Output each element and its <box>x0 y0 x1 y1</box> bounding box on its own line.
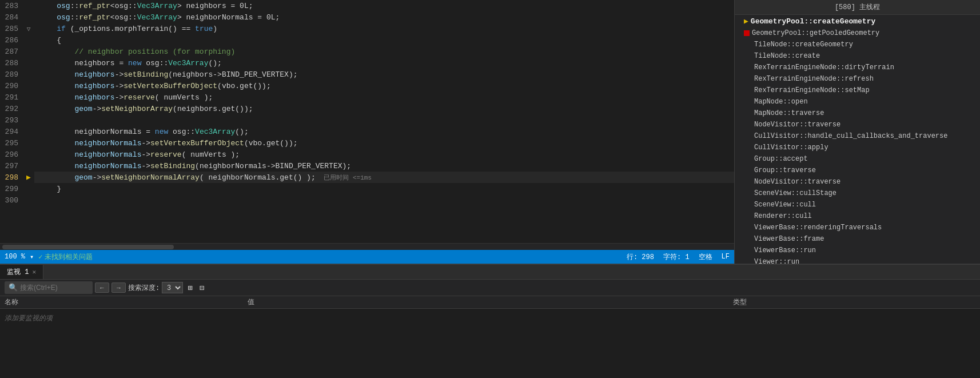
code-scrollbar-thumb <box>2 245 174 249</box>
line-number: 290 <box>0 80 23 91</box>
line-code[interactable]: neighborNormals->setVertexBufferObject(v… <box>34 137 734 149</box>
call-stack-label: NodeVisitor::traverse <box>754 178 840 186</box>
line-code[interactable]: neighbors = new osg::Vec3Array(); <box>34 57 734 69</box>
line-code[interactable]: // neighbor positions (for morphing) <box>34 46 734 57</box>
line-code[interactable]: neighborNormals = new osg::Vec3Array(); <box>34 126 734 137</box>
call-stack-item[interactable]: ▶GeometryPool::createGeometry <box>735 15 980 27</box>
call-stack-item[interactable]: ViewerBase::frame <box>735 233 980 245</box>
depth-select[interactable]: 3 1 2 4 5 <box>162 282 183 293</box>
line-code[interactable] <box>34 194 734 206</box>
line-code[interactable]: neighbors->setBinding(neighbors->BIND_PE… <box>34 69 734 80</box>
line-code[interactable]: { <box>34 34 734 46</box>
call-stack-label: SceneView::cullStage <box>754 189 836 197</box>
call-stack-item[interactable]: ViewerBase::renderingTraversals <box>735 222 980 233</box>
call-stack-item[interactable]: MapNode::traverse <box>735 108 980 119</box>
call-stack-item[interactable]: Group::accept <box>735 153 980 165</box>
bottom-panel: 监视 1 ✕ 🔍 ← → 搜索深度: 3 1 2 4 5 ⊞ ⊟ 名称 值 类型… <box>0 264 980 378</box>
col-value-header: 值 <box>248 297 733 307</box>
call-stack-item[interactable]: CullVisitor::handle_cull_callbacks_and_t… <box>735 130 980 142</box>
watch-toolbar: 🔍 ← → 搜索深度: 3 1 2 4 5 ⊞ ⊟ <box>0 280 980 296</box>
line-number: 289 <box>0 69 23 80</box>
line-code[interactable]: neighbors->setVertexBufferObject(vbo.get… <box>34 80 734 91</box>
status-left: 100 % ▾ ✓ 未找到相关问题 <box>5 252 93 262</box>
line-number: 293 <box>0 114 23 126</box>
line-number: 299 <box>0 183 23 194</box>
line-gutter <box>23 183 34 194</box>
nav-forward-button[interactable]: → <box>111 282 126 293</box>
search-box[interactable]: 🔍 <box>5 281 93 294</box>
line-number: 286 <box>0 34 23 46</box>
bottom-tabs: 监视 1 ✕ <box>0 265 980 280</box>
status-right: 行: 298 字符: 1 空格 LF <box>627 252 730 262</box>
line-gutter <box>23 103 34 114</box>
call-stack-item[interactable]: Viewer::run <box>735 256 980 264</box>
call-stack-label: SceneView::cull <box>754 201 816 209</box>
line-number: 283 <box>0 0 23 11</box>
call-stack-item[interactable]: MapNode::open <box>735 96 980 108</box>
line-code[interactable]: neighbors->reserve( numVerts ); <box>34 91 734 103</box>
filter-icon[interactable]: ⊞ <box>185 282 194 294</box>
col-type-header: 类型 <box>733 297 976 307</box>
line-gutter <box>23 194 34 206</box>
line-number: 298 <box>0 172 23 183</box>
call-stack-item[interactable]: TileNode::createGeometry <box>735 39 980 50</box>
call-stack-item[interactable]: CullVisitor::apply <box>735 142 980 153</box>
line-code[interactable]: neighborNormals->reserve( numVerts ); <box>34 149 734 160</box>
line-code[interactable]: osg::ref_ptr<osg::Vec3Array> neighborNor… <box>34 11 734 23</box>
line-gutter <box>23 0 34 11</box>
call-stack-item[interactable]: TileNode::create <box>735 50 980 62</box>
call-stack-label: Group::traverse <box>754 166 816 174</box>
code-content: 283 osg::ref_ptr<osg::Vec3Array> neighbo… <box>0 0 734 243</box>
right-panel: [580] 主线程 ▶GeometryPool::createGeometryG… <box>734 0 980 264</box>
call-stack-list[interactable]: ▶GeometryPool::createGeometryGeometryPoo… <box>735 15 980 264</box>
call-stack-label: CullVisitor::handle_cull_callbacks_and_t… <box>754 132 947 140</box>
call-stack-label: Group::accept <box>754 155 808 163</box>
call-stack-item[interactable]: NodeVisitor::traverse <box>735 119 980 130</box>
line-gutter <box>23 149 34 160</box>
status-bar: 100 % ▾ ✓ 未找到相关问题 行: 298 字符: 1 空格 LF <box>0 250 734 264</box>
search-input[interactable] <box>20 284 89 292</box>
call-stack-item[interactable]: NodeVisitor::traverse <box>735 176 980 188</box>
check-icon: ✓ <box>38 253 42 261</box>
call-stack-item[interactable]: Renderer::cull <box>735 210 980 222</box>
line-code[interactable]: if (_options.morphTerrain() == true) <box>34 23 734 34</box>
encoding-indicator: LF <box>722 253 730 261</box>
nav-back-button[interactable]: ← <box>95 282 109 293</box>
call-stack-item[interactable]: RexTerrainEngineNode::setMap <box>735 85 980 96</box>
call-stack-item[interactable]: SceneView::cullStage <box>735 188 980 199</box>
code-scrollbar[interactable] <box>0 243 734 250</box>
call-stack-label: MapNode::open <box>754 98 808 106</box>
row-indicator: 行: 298 <box>627 252 654 262</box>
call-stack-item[interactable]: GeometryPool::getPooledGeometry <box>735 27 980 39</box>
call-stack-item[interactable]: ViewerBase::run <box>735 245 980 256</box>
line-code[interactable]: osg::ref_ptr<osg::Vec3Array> neighbors =… <box>34 0 734 11</box>
call-stack-item[interactable]: SceneView::cull <box>735 199 980 210</box>
status-ok: ✓ 未找到相关问题 <box>38 252 93 262</box>
tab-close-button[interactable]: ✕ <box>32 268 36 276</box>
code-scroll[interactable]: 283 osg::ref_ptr<osg::Vec3Array> neighbo… <box>0 0 734 243</box>
line-code[interactable]: geom->setNeighborNormalArray( neighborNo… <box>34 172 734 183</box>
call-stack-label: ViewerBase::run <box>754 246 816 254</box>
depth-label: 搜索深度: <box>128 283 160 293</box>
add-watch-hint: 添加要监视的项 <box>5 315 53 323</box>
tab-watch-1[interactable]: 监视 1 ✕ <box>0 265 43 279</box>
line-gutter <box>23 160 34 172</box>
line-gutter <box>23 46 34 57</box>
call-stack-label: NodeVisitor::traverse <box>754 121 840 129</box>
call-stack-item[interactable]: RexTerrainEngineNode::dirtyTerrain <box>735 62 980 73</box>
line-code[interactable] <box>34 114 734 126</box>
line-gutter <box>23 91 34 103</box>
expand-icon[interactable]: ⊟ <box>197 282 206 294</box>
zoom-dropdown-icon[interactable]: ▾ <box>30 253 34 261</box>
tab-watch-label: 监视 1 <box>7 267 29 277</box>
call-stack-label: CullVisitor::apply <box>754 144 828 152</box>
line-code[interactable]: neighborNormals->setBinding(neighborNorm… <box>34 160 734 172</box>
line-number: 295 <box>0 137 23 149</box>
line-number: 292 <box>0 103 23 114</box>
line-code[interactable]: geom->setNeighborArray(neighbors.get()); <box>34 103 734 114</box>
call-stack-item[interactable]: RexTerrainEngineNode::refresh <box>735 73 980 85</box>
line-code[interactable]: } <box>34 183 734 194</box>
right-panel-header: [580] 主线程 <box>735 0 980 15</box>
call-stack-item[interactable]: Group::traverse <box>735 165 980 176</box>
call-stack-label: GeometryPool::createGeometry <box>751 17 875 26</box>
